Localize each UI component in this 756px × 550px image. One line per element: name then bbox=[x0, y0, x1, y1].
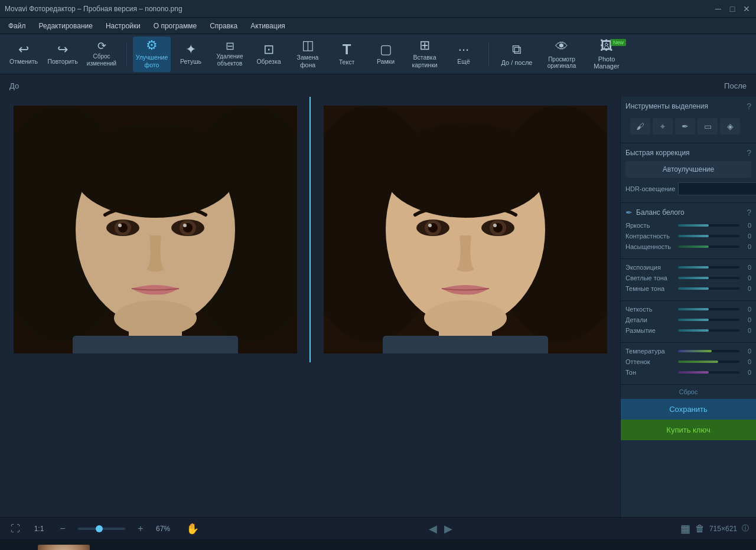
replace-bg-button[interactable]: ◫ Замена фона bbox=[289, 37, 327, 72]
reset-link[interactable]: Сброс bbox=[621, 385, 756, 399]
save-button[interactable]: Сохранить bbox=[621, 399, 756, 420]
dropper-select-tool[interactable]: ✒ bbox=[675, 118, 695, 135]
quick-correction-header: Быстрая коррекция ? bbox=[625, 148, 751, 158]
tone-row: Тон 0 bbox=[625, 369, 751, 376]
menu-about[interactable]: О программе bbox=[148, 20, 203, 32]
menu-activate[interactable]: Активация bbox=[245, 20, 291, 32]
text-label: Текст bbox=[339, 58, 354, 66]
more-button[interactable]: ··· Ещё bbox=[445, 37, 483, 72]
hand-tool-icon: ✋ bbox=[186, 522, 199, 535]
delete-icon[interactable]: 🗑 bbox=[695, 523, 705, 534]
retouch-button[interactable]: ✦ Ретушь bbox=[172, 37, 210, 72]
zoom-in-button[interactable]: + bbox=[132, 520, 149, 537]
erase-select-tool[interactable]: ◈ bbox=[720, 118, 740, 135]
details-slider[interactable] bbox=[678, 319, 739, 321]
menu-settings[interactable]: Настройки bbox=[100, 20, 146, 32]
frames-button[interactable]: ▢ Рамки bbox=[367, 37, 405, 72]
contrast-slider[interactable] bbox=[678, 235, 739, 237]
separator-1 bbox=[126, 42, 127, 66]
frames-label: Рамки bbox=[377, 58, 395, 66]
new-badge: New bbox=[611, 39, 626, 46]
svg-point-14 bbox=[114, 300, 197, 336]
highlights-slider[interactable] bbox=[678, 277, 739, 279]
dimensions: 715×621 bbox=[709, 525, 737, 533]
details-row: Детали 0 bbox=[625, 316, 751, 323]
selection-tools-title: Инструменты выделения bbox=[625, 102, 708, 110]
maximize-button[interactable]: □ bbox=[728, 4, 737, 14]
view-original-button[interactable]: 👁 Просмотр оригинала bbox=[540, 37, 584, 72]
svg-point-13 bbox=[183, 224, 187, 227]
before-label: До bbox=[9, 81, 378, 90]
exposure-slider[interactable] bbox=[678, 266, 739, 269]
hdr-label: HDR-освещение bbox=[625, 185, 676, 192]
info-icon[interactable]: ⓘ bbox=[742, 523, 749, 533]
brightness-slider[interactable] bbox=[678, 224, 739, 227]
text-button[interactable]: T Текст bbox=[328, 37, 366, 72]
brush-select-tool[interactable]: 🖌 bbox=[630, 118, 650, 135]
menu-file[interactable]: Файл bbox=[2, 20, 32, 32]
gallery-icon[interactable]: ▦ bbox=[680, 522, 690, 535]
tone-slider[interactable] bbox=[678, 371, 739, 374]
temperature-value: 0 bbox=[742, 348, 751, 355]
enhance-button[interactable]: ⚙ Улучшение фото bbox=[133, 37, 171, 72]
highlights-value: 0 bbox=[742, 274, 751, 281]
zoom-slider[interactable] bbox=[78, 528, 125, 530]
svg-rect-15 bbox=[73, 336, 238, 353]
shadows-row: Темные тона 0 bbox=[625, 285, 751, 292]
before-after-button[interactable]: ⧉ До / после bbox=[495, 37, 539, 72]
minimize-button[interactable]: ─ bbox=[713, 4, 723, 14]
filmstrip-thumb-1[interactable] bbox=[38, 545, 90, 551]
menu-help[interactable]: Справка bbox=[204, 20, 243, 32]
svg-point-30 bbox=[424, 300, 507, 336]
quick-correction-help-icon[interactable]: ? bbox=[747, 148, 751, 158]
zoom-thumb bbox=[96, 525, 103, 532]
replace-bg-label: Замена фона bbox=[291, 54, 324, 68]
wb-icon: ✒ bbox=[625, 208, 633, 217]
zoom-ratio: 1:1 bbox=[34, 525, 44, 533]
enhance-label: Улучшение фото bbox=[135, 54, 168, 68]
next-image-button[interactable]: ▶ bbox=[444, 522, 452, 535]
close-button[interactable]: ✕ bbox=[742, 4, 751, 14]
rect-select-tool[interactable]: ▭ bbox=[698, 118, 718, 135]
shadows-slider[interactable] bbox=[678, 287, 739, 290]
view-tools: ⧉ До / после 👁 Просмотр оригинала 🖼 Phot… bbox=[495, 37, 628, 72]
prev-image-button[interactable]: ◀ bbox=[429, 522, 437, 535]
hdr-input[interactable] bbox=[678, 182, 756, 195]
photo-manager-button[interactable]: 🖼 Photo Manager New bbox=[585, 37, 628, 72]
window-controls[interactable]: ─ □ ✕ bbox=[713, 4, 751, 14]
white-balance-section: ✒ Баланс белого ? Яркость 0 Контрастност… bbox=[621, 203, 756, 259]
lasso-select-tool[interactable]: ⌖ bbox=[653, 118, 673, 135]
app-title: Movavi Фоторедактор – Пробная версия – n… bbox=[5, 5, 183, 13]
blur-label: Размытие bbox=[625, 327, 676, 334]
redo-button[interactable]: ↪ Повторить bbox=[44, 37, 82, 72]
fit-screen-button[interactable]: ⛶ bbox=[7, 520, 24, 537]
filmstrip-next[interactable]: ▶ bbox=[92, 546, 106, 551]
saturation-slider[interactable] bbox=[678, 245, 739, 248]
wb-help-icon[interactable]: ? bbox=[747, 208, 751, 217]
panel-bottom: Сброс Сохранить Купить ключ bbox=[621, 385, 756, 440]
reset-icon: ⟳ bbox=[97, 41, 106, 51]
white-balance-header: ✒ Баланс белого ? bbox=[625, 208, 751, 217]
selection-help-icon[interactable]: ? bbox=[747, 102, 751, 111]
remove-button[interactable]: ⊟ Удаление объектов bbox=[211, 37, 249, 72]
hue-slider[interactable] bbox=[678, 361, 739, 363]
history-tools: ↩ Отменить ↪ Повторить ⟳ Сброс изменений bbox=[5, 37, 120, 72]
hand-tool-button[interactable]: ✋ bbox=[184, 520, 201, 537]
svg-point-21 bbox=[383, 123, 548, 218]
sharpness-slider[interactable] bbox=[678, 308, 739, 310]
buy-button[interactable]: Купить ключ bbox=[621, 420, 756, 440]
undo-button[interactable]: ↩ Отменить bbox=[5, 37, 43, 72]
crop-button[interactable]: ⊡ Обрезка bbox=[250, 37, 288, 72]
filmstrip-prev[interactable]: ◀ bbox=[21, 546, 35, 551]
zoom-out-button[interactable]: − bbox=[54, 520, 71, 537]
selection-tools-header: Инструменты выделения ? bbox=[625, 102, 751, 111]
blur-slider[interactable] bbox=[678, 329, 739, 332]
auto-enhance-button[interactable]: Автоулучшение bbox=[625, 161, 751, 178]
zoom-1-1-button[interactable]: 1:1 bbox=[31, 520, 47, 537]
images-container bbox=[0, 97, 620, 362]
temperature-slider[interactable] bbox=[678, 350, 739, 352]
replace-bg-icon: ◫ bbox=[302, 39, 314, 52]
menu-edit[interactable]: Редактирование bbox=[33, 20, 99, 32]
reset-button[interactable]: ⟳ Сброс изменений bbox=[83, 37, 120, 72]
insert-button[interactable]: ⊞ Вставка картинки bbox=[406, 37, 444, 72]
